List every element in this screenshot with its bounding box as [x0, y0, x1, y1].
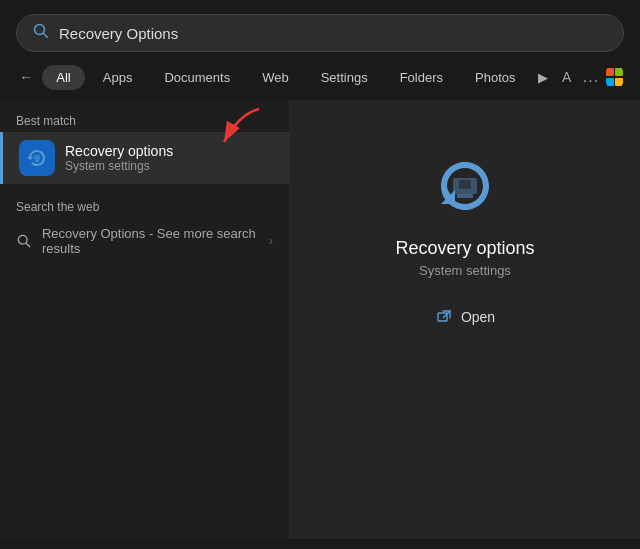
main-content: Best match Recovery options System setti…: [0, 100, 640, 539]
svg-rect-3: [35, 160, 39, 162]
recovery-options-icon-large: [429, 150, 501, 222]
best-match-label: Best match: [0, 108, 289, 132]
more-filters-button[interactable]: ▶: [533, 63, 552, 91]
open-label: Open: [461, 309, 495, 325]
svg-line-6: [26, 243, 30, 247]
recovery-options-icon-small: [19, 140, 55, 176]
svg-line-1: [44, 34, 48, 38]
best-match-text: Recovery options System settings: [65, 143, 173, 173]
tab-settings[interactable]: Settings: [307, 65, 382, 90]
svg-rect-9: [459, 180, 471, 189]
tab-photos[interactable]: Photos: [461, 65, 529, 90]
web-search-item[interactable]: Recovery Options - See more search resul…: [0, 218, 289, 264]
chevron-right-icon: ›: [269, 234, 273, 248]
open-button[interactable]: Open: [425, 302, 505, 332]
windows-logo: [605, 63, 624, 91]
web-item-text: Recovery Options - See more search resul…: [42, 226, 269, 256]
left-panel: Best match Recovery options System setti…: [0, 100, 290, 539]
web-section-label: Search the web: [0, 194, 289, 218]
open-icon: [435, 308, 453, 326]
tab-documents[interactable]: Documents: [150, 65, 244, 90]
letter-button[interactable]: A: [556, 62, 576, 92]
web-item-left: Recovery Options - See more search resul…: [16, 226, 269, 256]
filter-tabs: ← All Apps Documents Web Settings Folder…: [0, 62, 640, 92]
right-panel: Recovery options System settings Open: [290, 100, 640, 539]
overflow-menu-button[interactable]: ...: [581, 62, 601, 92]
svg-rect-2: [34, 155, 40, 160]
svg-rect-8: [457, 194, 473, 198]
web-search-icon: [16, 232, 32, 250]
web-section: Search the web Recovery Options - See mo…: [0, 184, 289, 264]
tab-all[interactable]: All: [42, 65, 84, 90]
tab-apps[interactable]: Apps: [89, 65, 147, 90]
best-match-subtitle: System settings: [65, 159, 173, 173]
app-name: Recovery options: [395, 238, 534, 259]
svg-rect-10: [438, 313, 447, 321]
search-input[interactable]: [59, 25, 607, 42]
tab-web[interactable]: Web: [248, 65, 303, 90]
back-button[interactable]: ←: [16, 62, 36, 92]
best-match-item[interactable]: Recovery options System settings: [0, 132, 289, 184]
best-match-title: Recovery options: [65, 143, 173, 159]
app-type: System settings: [419, 263, 511, 278]
tab-folders[interactable]: Folders: [386, 65, 457, 90]
search-icon: [33, 23, 49, 43]
search-bar[interactable]: [16, 14, 624, 52]
